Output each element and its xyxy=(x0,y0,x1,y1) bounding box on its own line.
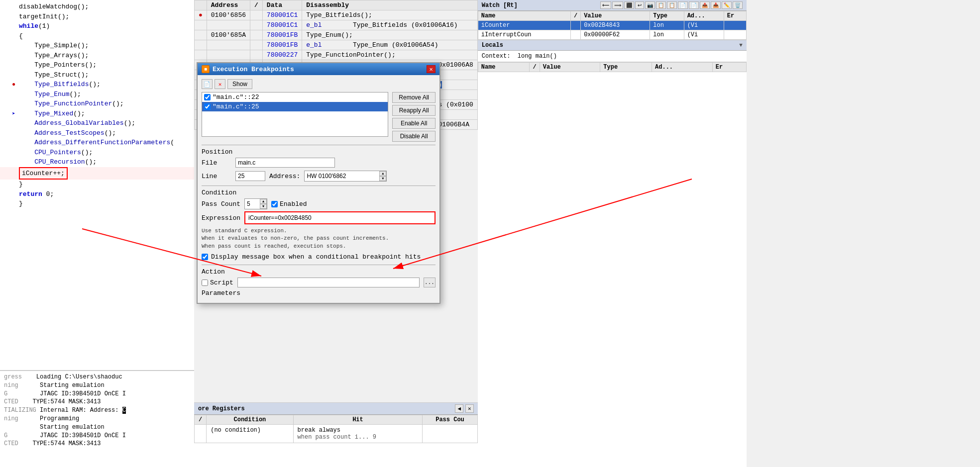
expression-box xyxy=(244,211,436,224)
expression-input[interactable] xyxy=(246,213,434,222)
registers-close-btn[interactable]: ✕ xyxy=(465,404,474,413)
table-row: 78000227 Type_FunctionPointer(); xyxy=(195,50,478,60)
registers-expand-btn[interactable]: ◀ xyxy=(455,404,463,413)
bp-condition-row: (no condition) break alwayswhen pass cou… xyxy=(195,425,478,443)
code-line: return 0; xyxy=(0,189,194,199)
watch-toolbar-btn[interactable]: 🗑️ xyxy=(733,1,743,9)
watch-toolbar-btn[interactable]: 📋 xyxy=(656,1,666,9)
display-msg-checkbox[interactable] xyxy=(202,254,208,260)
registers-title: ore Registers xyxy=(198,405,245,412)
bp-cell xyxy=(195,20,207,30)
watch-header: Watch [Rt] ⟵ ⟹ ⬛ ↩ 📷 📋 📋 📄 📄 📤 📥 ✏️ xyxy=(478,0,747,11)
table-row: 780001C1 e_bl Type_Bitfields (0x01006A16… xyxy=(195,20,478,30)
bp-show-btn[interactable]: Show xyxy=(227,79,252,89)
watch-toolbar-btn[interactable]: 📋 xyxy=(667,1,677,9)
watch-toolbar-btn[interactable]: 📷 xyxy=(645,1,655,9)
code-line: Type_Struct(); xyxy=(0,70,194,80)
watch-toolbar-btn[interactable]: ↩ xyxy=(635,1,644,9)
watch-err-cell xyxy=(724,21,746,30)
locals-col-value: Value xyxy=(540,63,600,72)
bp-breakpoint-dot xyxy=(12,80,19,90)
watch-row[interactable]: iInterruptCoun 0x00000F62 lon (Vi xyxy=(478,30,746,40)
log-line: G JTAGC ID:39B4501D OnCE I xyxy=(4,432,190,440)
bp-checkbox[interactable] xyxy=(204,103,211,110)
watch-toolbar-btn[interactable]: 📤 xyxy=(700,1,710,9)
bp-list-item-selected[interactable]: "main.c"::25 xyxy=(202,102,388,111)
address-scroll-down[interactable]: ▼ xyxy=(379,176,386,181)
dialog-close-btn[interactable]: ✕ xyxy=(427,65,436,73)
pass-count-down[interactable]: ▼ xyxy=(260,204,267,209)
watch-toolbar-btn[interactable]: ✏️ xyxy=(722,1,732,9)
reapply-all-btn[interactable]: Reapply All xyxy=(392,105,436,116)
condition-label: Condition xyxy=(202,189,436,196)
code-line: Type_Pointers(); xyxy=(0,60,194,70)
enabled-text: Enabled xyxy=(280,200,307,208)
bp-cell: ● xyxy=(195,10,207,20)
code-line: Type_Enum(); xyxy=(0,90,194,99)
bp-arrow-indicator xyxy=(12,109,19,119)
bp-cell xyxy=(195,40,207,50)
display-msg-row: Display message box when a conditional b… xyxy=(202,253,436,261)
locals-table: Name / Value Type Ad... Er xyxy=(478,62,747,72)
bp-checkbox[interactable] xyxy=(204,94,211,100)
sep-cell xyxy=(195,425,207,443)
log-line: gress Loading C:\Users\shaoduc xyxy=(4,373,190,381)
address-label: Address: xyxy=(269,173,300,180)
watch-toolbar-btn[interactable]: ⟵ xyxy=(600,1,611,9)
data-cell: 780001FB xyxy=(262,30,302,40)
locals-header: Locals ▼ xyxy=(478,40,747,51)
sep-cell xyxy=(250,10,263,20)
breakpoints-dialog[interactable]: ■ Execution Breakpoints ✕ 📄 ✕ Show xyxy=(197,62,440,304)
script-input[interactable] xyxy=(237,278,420,287)
disable-all-btn[interactable]: Disable All xyxy=(392,131,436,142)
code-text: Type_Bitfields(); xyxy=(19,80,101,90)
pass-count-up[interactable]: ▲ xyxy=(260,199,267,204)
watch-toolbar-btn[interactable]: ⟹ xyxy=(612,1,623,9)
col-sep: / xyxy=(195,415,207,425)
watch-toolbar-btn[interactable]: 📥 xyxy=(711,1,721,9)
watch-col-sep: / xyxy=(570,11,580,21)
position-label: Position xyxy=(202,148,436,156)
enabled-checkbox[interactable] xyxy=(271,201,278,207)
address-cell: 0100'6856 xyxy=(207,10,250,20)
enabled-label: Enabled xyxy=(271,200,307,208)
col-hit: Hit xyxy=(293,415,423,425)
action-section: Action Script ... Parameters xyxy=(202,268,436,297)
script-checkbox[interactable] xyxy=(202,280,208,286)
address-input[interactable] xyxy=(305,172,379,181)
dialog-title: Execution Breakpoints xyxy=(213,66,294,73)
watch-row[interactable]: iCounter 0x002B4843 lon (Vi xyxy=(478,21,746,30)
watch-toolbar-btn[interactable]: 📄 xyxy=(689,1,699,9)
code-line: Address_GlobalVariables(); xyxy=(0,118,194,128)
bp-cell xyxy=(195,50,207,60)
pass-count-input[interactable] xyxy=(245,199,260,208)
code-line: { xyxy=(0,31,194,41)
code-line: Address_TestScopes(); xyxy=(0,128,194,138)
ellipsis-btn[interactable]: ... xyxy=(424,278,436,287)
code-text: targetInit(); xyxy=(19,12,69,22)
bp-toolbar-row: 📄 ✕ Show xyxy=(202,79,436,89)
code-line: } xyxy=(0,180,194,189)
line-input[interactable] xyxy=(235,171,265,181)
code-text: CPU_Recursion(); xyxy=(19,157,97,167)
watch-col-type: Type xyxy=(650,11,684,21)
watch-panel: Watch [Rt] ⟵ ⟹ ⬛ ↩ 📷 📋 📋 📄 📄 📤 📥 ✏️ xyxy=(478,0,747,40)
watch-toolbar-btn[interactable]: 📄 xyxy=(678,1,688,9)
remove-all-btn[interactable]: Remove All xyxy=(392,92,436,103)
watch-col-name: Name xyxy=(478,11,570,21)
table-row: 0100'685A 780001FB Type_Enum(); xyxy=(195,30,478,40)
bp-list-item[interactable]: "main.c"::22 xyxy=(202,93,388,102)
bp-add-btn[interactable]: 📄 xyxy=(202,79,213,89)
file-input[interactable] xyxy=(235,158,335,168)
code-line: targetInit(); xyxy=(0,12,194,22)
code-text: } xyxy=(19,180,23,189)
code-line: disableWatchdog(); xyxy=(0,2,194,12)
bp-delete-btn[interactable]: ✕ xyxy=(215,79,225,89)
file-row: File xyxy=(202,158,436,168)
watch-toolbar-btn[interactable]: ⬛ xyxy=(624,1,634,9)
bp-list[interactable]: "main.c"::22 "main.c"::25 xyxy=(202,92,388,137)
address-scroll-up[interactable]: ▲ xyxy=(379,171,386,176)
locals-expand-icon: ▼ xyxy=(739,42,743,48)
locals-col-name: Name xyxy=(478,63,530,72)
enable-all-btn[interactable]: Enable All xyxy=(392,118,436,129)
